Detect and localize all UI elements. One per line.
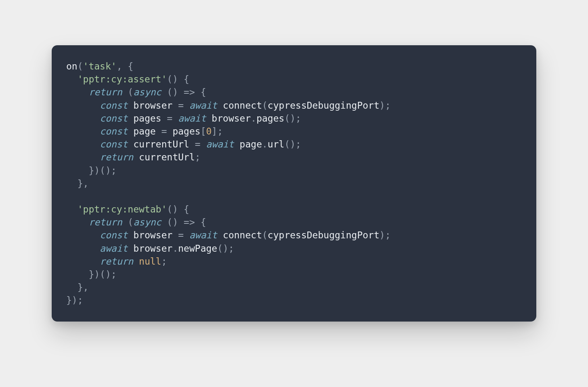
code-token: cypressDebuggingPort — [268, 230, 380, 240]
code-token: . — [172, 243, 178, 254]
code-token: ( — [262, 230, 268, 240]
code-token — [66, 217, 88, 227]
code-token: await — [100, 243, 128, 254]
page-background: on('task', { 'pptr:cy:assert'() { return… — [0, 0, 588, 387]
code-token — [128, 100, 133, 111]
code-token: () — [161, 87, 183, 97]
code-token: () { — [167, 204, 189, 215]
code-token: (); — [284, 113, 301, 124]
code-token: ( — [262, 100, 268, 111]
code-token: { — [195, 217, 206, 227]
code-token: const — [100, 139, 128, 149]
code-token: null — [139, 256, 161, 267]
code-token: browser — [133, 230, 172, 240]
code-token: const — [100, 230, 128, 240]
code-token: { — [195, 87, 206, 97]
code-token: = — [172, 100, 189, 111]
code-token: }); — [66, 295, 83, 305]
code-token: browser — [133, 100, 172, 111]
code-token: ); — [380, 230, 391, 240]
code-token: => — [184, 87, 195, 97]
code-token: . — [251, 113, 256, 124]
code-token: cypressDebuggingPort — [268, 100, 380, 111]
code-token: ; — [195, 152, 201, 162]
code-token: => — [184, 217, 195, 227]
code-token — [66, 243, 100, 254]
code-token: await — [189, 230, 217, 240]
code-token — [66, 113, 100, 124]
code-token: const — [100, 100, 128, 111]
code-token: browser — [133, 243, 172, 254]
code-token: const — [100, 113, 128, 124]
code-token: = — [156, 126, 173, 137]
code-token: await — [206, 139, 234, 149]
code-token: (); — [284, 139, 301, 149]
code-token: }, — [66, 282, 88, 292]
code-token — [133, 152, 139, 162]
code-token: await — [178, 113, 206, 124]
code-token: newPage — [178, 243, 217, 254]
code-token: page — [239, 139, 262, 149]
code-token: connect — [223, 100, 262, 111]
code-token — [66, 152, 100, 162]
code-block-card: on('task', { 'pptr:cy:assert'() { return… — [52, 45, 536, 322]
code-token: await — [189, 100, 217, 111]
code-token: }, — [66, 178, 88, 189]
code-token: ]; — [212, 126, 223, 137]
code-token: return — [88, 87, 122, 97]
code-token — [128, 243, 133, 254]
code-token: async — [133, 87, 161, 97]
code-token: () — [161, 217, 183, 227]
code-token: currentUrl — [139, 152, 195, 162]
code-token: 'pptr:cy:newtab' — [78, 204, 167, 215]
code-token: pages — [133, 113, 161, 124]
code-token: ( — [122, 217, 133, 227]
code-token: pages — [172, 126, 200, 137]
code-token: return — [88, 217, 122, 227]
code-token: url — [268, 139, 285, 149]
code-token — [66, 256, 100, 267]
code-token: page — [133, 126, 155, 137]
code-token: . — [262, 139, 268, 149]
code-token: 'pptr:cy:assert' — [78, 74, 167, 84]
code-token — [128, 126, 133, 137]
code-token — [206, 113, 212, 124]
code-token — [234, 139, 239, 149]
code-token: return — [100, 152, 133, 162]
code-token: [ — [200, 126, 206, 137]
code-token: currentUrl — [133, 139, 189, 149]
code-token: () { — [167, 74, 189, 84]
code-token: 0 — [206, 126, 212, 137]
code-token: ); — [380, 100, 391, 111]
code-token: const — [100, 126, 128, 137]
code-token: = — [189, 139, 206, 149]
code-token: return — [100, 256, 133, 267]
code-token: = — [161, 113, 178, 124]
code-token: on — [66, 61, 78, 72]
code-token: connect — [223, 230, 262, 240]
code-token — [217, 100, 223, 111]
code-token: async — [133, 217, 161, 227]
code-token — [66, 126, 100, 137]
code-token: browser — [212, 113, 251, 124]
code-token — [66, 204, 78, 215]
code-token: ; — [161, 256, 167, 267]
code-token: = — [172, 230, 189, 240]
code-token: (); — [217, 243, 234, 254]
code-token: , { — [117, 61, 134, 72]
code-token: 'task' — [83, 61, 117, 72]
code-token: pages — [256, 113, 284, 124]
code-token: ( — [78, 61, 83, 72]
code-token — [128, 139, 133, 149]
code-token — [66, 87, 88, 97]
code-block: on('task', { 'pptr:cy:assert'() { return… — [66, 60, 522, 307]
code-token — [128, 230, 133, 240]
code-token — [66, 100, 100, 111]
code-token — [133, 256, 139, 267]
code-token — [66, 139, 100, 149]
code-token — [128, 113, 133, 124]
code-token: ( — [122, 87, 133, 97]
code-token — [66, 74, 78, 84]
code-token — [217, 230, 223, 240]
code-token: })(); — [66, 269, 117, 280]
